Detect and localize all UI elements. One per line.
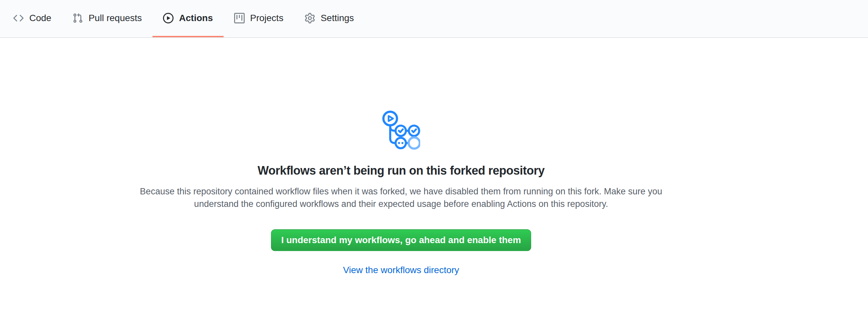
tab-label: Settings — [321, 13, 354, 23]
project-board-icon — [234, 13, 245, 23]
play-circle-icon — [163, 13, 174, 23]
code-icon — [13, 13, 24, 23]
view-workflows-directory-link[interactable]: View the workflows directory — [343, 265, 459, 275]
blankslate-title: Workflows aren’t being run on this forke… — [65, 163, 737, 178]
blankslate-description: Because this repository contained workfl… — [118, 185, 684, 210]
enable-workflows-button[interactable]: I understand my workflows, go ahead and … — [271, 229, 531, 251]
pull-request-icon — [72, 13, 83, 23]
tab-projects[interactable]: Projects — [224, 0, 294, 37]
repo-nav: Code Pull requests Actions Projects Sett… — [0, 0, 868, 38]
gear-icon — [305, 13, 315, 23]
tab-label: Projects — [250, 13, 283, 23]
tab-settings[interactable]: Settings — [294, 0, 365, 37]
tab-pull-requests[interactable]: Pull requests — [62, 0, 152, 37]
tab-label: Actions — [179, 13, 213, 23]
workflow-graph-icon — [382, 111, 420, 154]
tab-actions[interactable]: Actions — [152, 0, 224, 37]
actions-blankslate: Workflows aren’t being run on this forke… — [0, 38, 868, 275]
tab-code[interactable]: Code — [3, 0, 62, 37]
tab-label: Code — [29, 13, 51, 23]
tab-label: Pull requests — [89, 13, 142, 23]
